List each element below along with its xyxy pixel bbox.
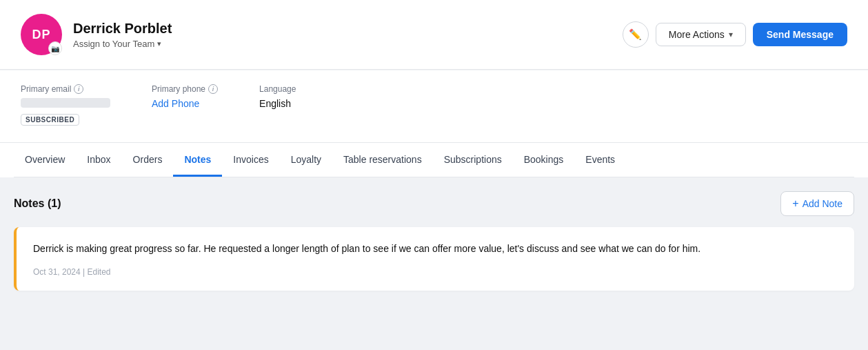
more-actions-label: More Actions bbox=[669, 29, 725, 40]
assign-team-button[interactable]: Assign to Your Team ▾ bbox=[73, 39, 172, 49]
tab-bookings[interactable]: Bookings bbox=[513, 143, 575, 177]
tab-loyalty[interactable]: Loyalty bbox=[280, 143, 332, 177]
note-card: Derrick is making great progress so far.… bbox=[14, 227, 854, 291]
add-note-button[interactable]: + Add Note bbox=[780, 191, 854, 216]
primary-phone-field: Primary phone i Add Phone bbox=[152, 84, 218, 126]
avatar-wrapper: DP 📷 bbox=[21, 14, 62, 55]
primary-email-label: Primary email i bbox=[21, 84, 110, 94]
tab-notes[interactable]: Notes bbox=[173, 143, 222, 177]
assign-team-label: Assign to Your Team bbox=[73, 39, 154, 49]
nav-tabs-section: OverviewInboxOrdersNotesInvoicesLoyaltyT… bbox=[0, 142, 868, 177]
camera-icon[interactable]: 📷 bbox=[48, 41, 62, 55]
note-meta: Oct 31, 2024 | Edited bbox=[33, 267, 838, 277]
phone-value-field: Add Phone bbox=[152, 98, 218, 109]
language-value: English bbox=[259, 98, 296, 109]
more-actions-button[interactable]: More Actions ▾ bbox=[656, 23, 746, 46]
edit-button[interactable]: ✏️ bbox=[623, 21, 649, 48]
add-note-label: Add Note bbox=[803, 198, 842, 209]
chevron-down-icon: ▾ bbox=[729, 30, 733, 39]
profile-info: Derrick Porblet Assign to Your Team ▾ bbox=[73, 21, 172, 49]
language-field: Language English bbox=[259, 84, 296, 126]
tab-events[interactable]: Events bbox=[574, 143, 626, 177]
info-section: Primary email i SUBSCRIBED Primary phone… bbox=[0, 70, 868, 142]
tab-table-reservations[interactable]: Table reservations bbox=[332, 143, 433, 177]
note-date-edited: Oct 31, 2024 | Edited bbox=[33, 267, 111, 277]
header-actions: ✏️ More Actions ▾ Send Message bbox=[623, 21, 847, 48]
subscribed-badge: SUBSCRIBED bbox=[21, 114, 79, 126]
email-value-field: SUBSCRIBED bbox=[21, 98, 110, 126]
tab-inbox[interactable]: Inbox bbox=[76, 143, 121, 177]
info-icon-phone: i bbox=[208, 84, 218, 94]
notes-header: Notes (1) + Add Note bbox=[14, 191, 854, 216]
profile-name: Derrick Porblet bbox=[73, 21, 172, 37]
chevron-down-icon: ▾ bbox=[157, 39, 161, 48]
info-icon-email: i bbox=[74, 84, 83, 94]
tab-orders[interactable]: Orders bbox=[122, 143, 174, 177]
profile-left: DP 📷 Derrick Porblet Assign to Your Team… bbox=[21, 14, 172, 55]
primary-phone-label: Primary phone i bbox=[152, 84, 218, 94]
primary-email-field: Primary email i SUBSCRIBED bbox=[21, 84, 110, 126]
info-row: Primary email i SUBSCRIBED Primary phone… bbox=[21, 84, 847, 126]
plus-icon: + bbox=[792, 197, 798, 210]
tab-overview[interactable]: Overview bbox=[14, 143, 76, 177]
tab-subscriptions[interactable]: Subscriptions bbox=[433, 143, 513, 177]
content-area: Notes (1) + Add Note Derrick is making g… bbox=[0, 177, 868, 315]
profile-card: DP 📷 Derrick Porblet Assign to Your Team… bbox=[0, 0, 868, 70]
tab-invoices[interactable]: Invoices bbox=[222, 143, 279, 177]
email-redacted bbox=[21, 98, 110, 108]
add-phone-link[interactable]: Add Phone bbox=[152, 98, 199, 109]
note-text: Derrick is making great progress so far.… bbox=[33, 241, 838, 256]
nav-tabs: OverviewInboxOrdersNotesInvoicesLoyaltyT… bbox=[14, 143, 854, 177]
language-label: Language bbox=[259, 84, 296, 94]
notes-title: Notes (1) bbox=[14, 197, 61, 210]
send-message-button[interactable]: Send Message bbox=[753, 23, 847, 46]
